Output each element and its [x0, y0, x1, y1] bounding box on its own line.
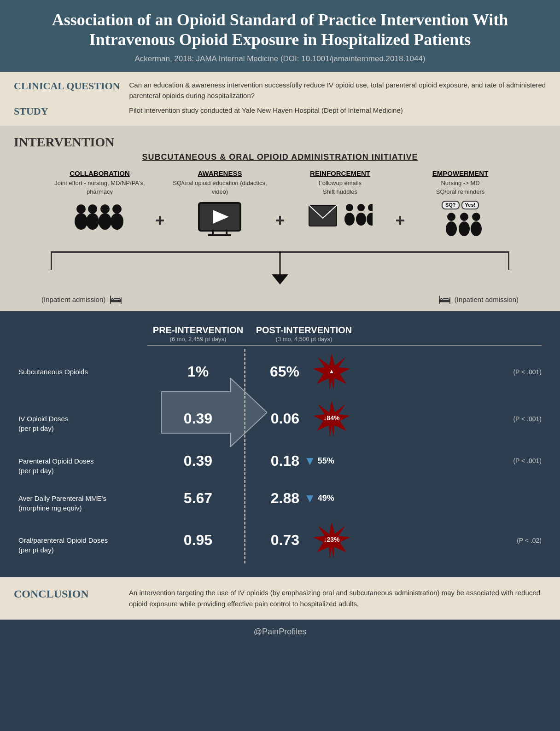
pre-val-0: 1%: [147, 363, 249, 380]
star-badge-1: ↓84%: [311, 400, 352, 436]
study-text: Pilot intervention study conducted at Ya…: [129, 105, 546, 116]
star-text-1: ↓84%: [323, 414, 339, 422]
result-row-1: IV Opioid Doses (per pt day) 0.39 0.06 ↓…: [18, 400, 542, 438]
clinical-question-row: CLINICAL QUESTION Can an education & awa…: [14, 80, 546, 101]
results-post-header: POST-INTERVENTION (3 mo, 4,500 pt days): [249, 325, 359, 342]
inpatient-label-left-text: (Inpatient admission): [41, 296, 105, 303]
post-label: POST-INTERVENTION: [249, 325, 359, 336]
pillar-awareness: AWARENESS SQ/oral opioid education (dida…: [167, 169, 273, 242]
svg-point-15: [344, 213, 355, 226]
sig-0: (P < .001): [359, 368, 542, 376]
svg-point-5: [99, 213, 111, 230]
star-badge-4: ↓23%: [311, 521, 352, 558]
pillar-collaboration-text: Joint effort - nursing, MD/NP/PA's, phar…: [47, 179, 152, 196]
footer-handle: @PainProfiles: [254, 627, 306, 636]
svg-point-19: [367, 213, 373, 226]
svg-point-7: [111, 213, 123, 230]
pillar-empowerment-text: Nursing -> MD SQ/oral reminders: [436, 179, 484, 196]
header-section: Association of an Opioid Standard of Pra…: [0, 0, 560, 72]
people-icon: [72, 201, 127, 238]
results-metric-header: [18, 325, 147, 342]
clinical-question-label: CLINICAL QUESTION: [14, 80, 120, 92]
metric-4: Oral/parenteral Opioid Doses (per pt day…: [18, 526, 147, 555]
admission-row: (Inpatient admission) 🛏 🛏 (Inpatient adm…: [14, 288, 546, 311]
pre-val-1: 0.39: [147, 410, 249, 427]
yes-bubble: Yes!: [461, 201, 479, 209]
svg-point-4: [100, 204, 110, 214]
plus-2: +: [273, 192, 287, 230]
svg-point-2: [88, 204, 97, 214]
pre-val-2: 0.39: [147, 453, 249, 470]
plus-3: +: [393, 192, 408, 230]
footer: @PainProfiles: [0, 620, 560, 644]
pillar-reinforcement-title: REINFORCEMENT: [310, 169, 370, 177]
results-divider: [147, 345, 542, 346]
header-subtitle: Ackerman, 2018: JAMA Internal Medicine (…: [18, 54, 542, 64]
svg-point-18: [368, 204, 373, 211]
change-4: ↓23%: [304, 521, 359, 560]
pillar-awareness-text: SQ/oral opioid education (didactics, vid…: [167, 179, 273, 196]
sq-bubble: SQ?: [442, 201, 460, 209]
metric-2: Parenteral Opioid Doses (per pt day): [18, 447, 147, 476]
arrow-badge-2: ▼ 55%: [304, 454, 359, 468]
inpatient-admission-left: (Inpatient admission) 🛏: [41, 292, 122, 307]
pillar-empowerment-title: EMPOWERMENT: [432, 169, 489, 177]
results-rows-container: Subcutaneous Opioids 1% 65% ▲ (P < .001): [18, 353, 542, 560]
metric-3: Aver Daily Parenteral MME's (morphine mg…: [18, 484, 147, 513]
svg-point-16: [357, 204, 365, 211]
change-0: ▲: [304, 353, 359, 391]
post-val-2: 0.18: [249, 453, 304, 470]
sig-2: (P < .001): [359, 457, 542, 464]
bed-icon-right: 🛏: [438, 292, 451, 307]
sig-1: (P < .001): [359, 415, 542, 423]
monitor-icon: [197, 201, 243, 242]
svg-point-22: [460, 213, 468, 221]
results-pre-header: PRE-INTERVENTION (6 mo, 2,459 pt days): [147, 325, 249, 342]
change-2: ▼ 55%: [304, 454, 359, 468]
svg-point-20: [447, 213, 455, 221]
metric-0: Subcutaneous Opioids: [18, 367, 147, 377]
post-sub: (3 mo, 4,500 pt days): [249, 336, 359, 342]
study-row: STUDY Pilot intervention study conducted…: [14, 105, 546, 117]
conclusion-text: An intervention targeting the use of IV …: [129, 587, 546, 609]
study-label: STUDY: [14, 105, 120, 117]
star-text-0: ▲: [329, 367, 335, 374]
svg-point-3: [86, 213, 99, 230]
pillar-collaboration: COLLABORATION Joint effort - nursing, MD…: [47, 169, 152, 237]
svg-point-21: [446, 221, 457, 236]
arrow-down-2: ▼: [304, 454, 316, 468]
intervention-subtitle: SUBCUTANEOUS & ORAL OPIOID ADMINISTRATIO…: [14, 152, 546, 162]
clinical-question-text: Can an education & awareness interventio…: [129, 80, 546, 101]
pillar-empowerment: EMPOWERMENT Nursing -> MD SQ/oral remind…: [408, 169, 513, 238]
pillar-collaboration-title: COLLABORATION: [70, 169, 130, 177]
post-val-0: 65%: [249, 363, 304, 380]
intervention-section: INTERVENTION SUBCUTANEOUS & ORAL OPIOID …: [0, 126, 560, 311]
speech-bubbles: SQ? Yes!: [442, 201, 479, 209]
inpatient-label-right-text: (Inpatient admission): [455, 296, 519, 303]
pre-sub: (6 mo, 2,459 pt days): [147, 336, 249, 342]
intervention-title: INTERVENTION: [14, 135, 546, 150]
svg-point-25: [471, 221, 482, 236]
svg-point-14: [346, 204, 353, 211]
change-3: ▼ 49%: [304, 491, 359, 505]
pillar-reinforcement: REINFORCEMENT Followup emails Shift hudd…: [287, 169, 393, 242]
email-people-icon: [308, 201, 373, 242]
change-pct-2: 55%: [318, 456, 334, 466]
change-pct-3: 49%: [318, 493, 334, 503]
results-section: PRE-INTERVENTION (6 mo, 2,459 pt days) P…: [0, 311, 560, 577]
pillars-container: COLLABORATION Joint effort - nursing, MD…: [14, 169, 546, 242]
svg-point-17: [356, 213, 366, 226]
metric-1: IV Opioid Doses (per pt day): [18, 404, 147, 433]
conclusion-section: CONCLUSION An intervention targeting the…: [0, 577, 560, 620]
post-val-3: 2.88: [249, 490, 304, 507]
arrow-down-3: ▼: [304, 491, 316, 505]
pre-val-3: 5.67: [147, 490, 249, 507]
post-val-1: 0.06: [249, 410, 304, 427]
pillar-reinforcement-text: Followup emails Shift huddles: [319, 179, 362, 196]
svg-point-24: [472, 213, 480, 221]
cq-study-section: CLINICAL QUESTION Can an education & awa…: [0, 72, 560, 126]
pillar-awareness-title: AWARENESS: [198, 169, 242, 177]
empowerment-icon: SQ? Yes!: [438, 201, 484, 239]
star-badge-0: ▲: [313, 353, 350, 389]
results-header-row: PRE-INTERVENTION (6 mo, 2,459 pt days) P…: [18, 325, 542, 342]
